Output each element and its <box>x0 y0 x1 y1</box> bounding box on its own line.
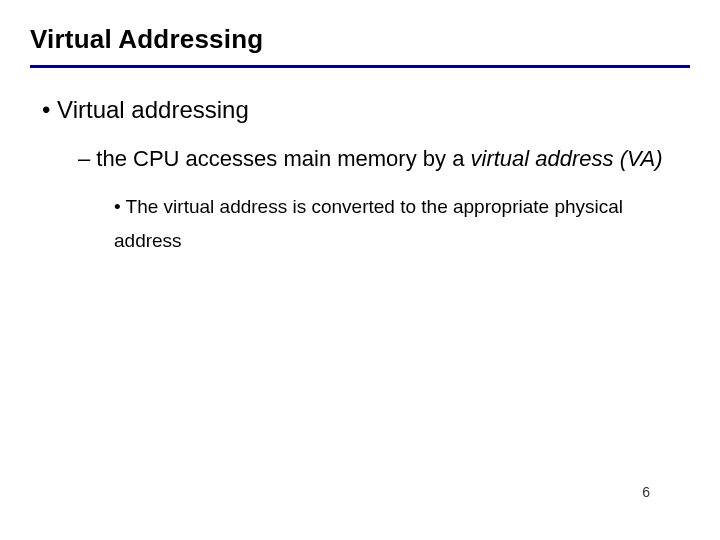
slide-title: Virtual Addressing <box>30 24 690 55</box>
bullet-list-level-3: The virtual address is converted to the … <box>78 190 690 258</box>
page-number: 6 <box>642 484 650 500</box>
bullet-l2: the CPU accesses main memory by a virtua… <box>78 138 690 258</box>
slide: Virtual Addressing Virtual addressing th… <box>0 0 720 540</box>
bullet-l2-italic: virtual address (VA) <box>471 146 663 171</box>
title-rule <box>30 65 690 68</box>
bullet-l1-text: Virtual addressing <box>57 96 249 123</box>
bullet-l1: Virtual addressing the CPU accesses main… <box>42 96 690 258</box>
bullet-l3: The virtual address is converted to the … <box>114 190 690 258</box>
bullet-list-level-1: Virtual addressing the CPU accesses main… <box>30 96 690 258</box>
bullet-list-level-2: the CPU accesses main memory by a virtua… <box>42 138 690 258</box>
bullet-l2-prefix: the CPU accesses main memory by a <box>96 146 470 171</box>
bullet-l3-text: The virtual address is converted to the … <box>114 196 623 251</box>
